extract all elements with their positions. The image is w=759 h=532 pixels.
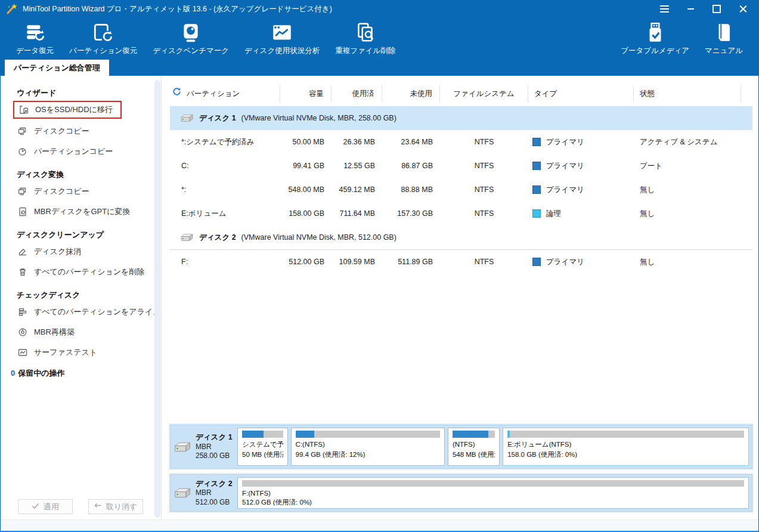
- disk1-row[interactable]: ディスク 1 (VMware Virtual NVMe Disk, MBR, 2…: [170, 106, 752, 130]
- partition-status: アクティブ & システム: [634, 137, 741, 147]
- sidebar-item-label: MBRディスクをGPTに変換: [34, 206, 130, 217]
- partition-row-e-volume[interactable]: E:ボリューム 158.00 GB 711.64 MB 157.30 GB NT…: [170, 202, 752, 225]
- align-partitions-icon: [18, 307, 27, 317]
- sidebar-item-migrate-os[interactable]: OSをSSD/HDDに移行: [13, 101, 122, 119]
- partition-capacity: 158.00 GB: [280, 209, 332, 218]
- sidebar-scrollbar[interactable]: [154, 80, 160, 518]
- disk-icon: [174, 487, 191, 499]
- partition-capacity: 50.00 MB: [280, 138, 332, 146]
- sidebar-item-label: ディスクコピー: [34, 186, 89, 197]
- map-block-system-reserved[interactable]: システムで予約済み 50 MB (使用済:: [237, 428, 288, 466]
- tab-partition-management[interactable]: パーティション総合管理: [5, 60, 109, 76]
- sidebar-item-surface-test[interactable]: サーファステスト: [18, 342, 161, 363]
- partition-filesystem: NTFS: [440, 209, 528, 218]
- partition-copy-icon: [18, 147, 27, 156]
- map-block-label: E:ボリューム(NTFS): [507, 440, 744, 450]
- toolbar-manual[interactable]: マニュアル: [697, 18, 751, 56]
- disk-icon: [174, 441, 191, 453]
- partition-name: *:システムで予約済み: [170, 137, 280, 147]
- toolbar-data-recovery[interactable]: データ復元: [8, 18, 61, 56]
- sidebar-item-delete-all-partitions[interactable]: すべてのパーティションを削除: [18, 262, 161, 282]
- map-block-size: 512.0 GB (使用済: 0%): [242, 497, 744, 507]
- minimize-button[interactable]: [685, 4, 696, 14]
- wipe-disk-icon: [18, 247, 27, 256]
- sidebar-item-label: ディスクコピー: [34, 126, 89, 137]
- toolbar-disk-benchmark[interactable]: ディスクベンチマーク: [145, 18, 237, 56]
- partition-unused: 157.30 GB: [382, 209, 440, 218]
- sidebar-item-wipe-disk[interactable]: ディスク抹消: [18, 242, 161, 262]
- map-block-e-volume[interactable]: E:ボリューム(NTFS) 158.0 GB (使用済: 0%): [503, 428, 749, 466]
- map-block-f[interactable]: F:(NTFS) 512.0 GB (使用済: 0%): [237, 477, 749, 509]
- pending-count: 0: [11, 369, 15, 378]
- pending-label: 保留中の操作: [18, 369, 64, 378]
- title-bar: MiniTool Partition Wizard プロ・アルティメット版 13…: [0, 0, 759, 18]
- partition-row-star[interactable]: *: 548.00 MB 459.12 MB 88.88 MB NTFS プライ…: [170, 178, 752, 202]
- map-block-c[interactable]: C:(NTFS) 99.4 GB (使用済: 12%): [291, 428, 445, 466]
- usage-bar: [242, 431, 283, 438]
- sidebar-item-rebuild-mbr[interactable]: MBR再構築: [18, 322, 161, 342]
- map-disk-name: ディスク 2: [196, 479, 233, 488]
- partition-name: *:: [170, 185, 280, 194]
- check-icon: [32, 502, 39, 511]
- toolbar-label: ブータブルメディア: [621, 46, 689, 56]
- pending-operations: 0保留中の操作: [11, 368, 161, 379]
- sidebar-item-partition-copy[interactable]: パーティションコピー: [18, 141, 161, 162]
- type-color-swatch: [532, 258, 541, 266]
- partition-status: 無し: [634, 185, 741, 195]
- disk1-map-label[interactable]: ディスク 1 MBR 258.00 GB: [171, 425, 234, 468]
- partition-row-f[interactable]: F: 512.00 GB 109.59 MB 511.89 GB NTFS プラ…: [170, 250, 752, 274]
- map-block-label: F:(NTFS): [242, 488, 744, 498]
- column-unused: 未使用: [382, 85, 440, 102]
- disk2-map-strip: ディスク 2 MBR 512.00 GB F:(NTFS) 512.0 GB (…: [170, 474, 752, 512]
- toolbar-label: パーティション復元: [69, 46, 137, 56]
- partition-filesystem: NTFS: [440, 138, 528, 146]
- partition-capacity: 548.00 MB: [280, 185, 332, 194]
- refresh-icon[interactable]: [172, 85, 181, 102]
- apply-label: 適用: [44, 502, 59, 512]
- sidebar-section-wizard: ウィザード OSをSSD/HDDに移行 ディスクコピー: [0, 88, 161, 162]
- manual-icon: [712, 20, 735, 45]
- disk2-map-label[interactable]: ディスク 2 MBR 512.00 GB: [171, 475, 234, 511]
- toolbar-duplicate-file-finder[interactable]: 重複ファイル削除: [327, 18, 403, 56]
- toolbar-bootable-media[interactable]: ブータブルメディア: [613, 18, 697, 56]
- partition-table: パーティション 容量 使用済 未使用 ファイルシステム タイプ 状態 ディスク …: [170, 81, 752, 274]
- main-panel: パーティション 容量 使用済 未使用 ファイルシステム タイプ 状態 ディスク …: [162, 76, 759, 520]
- disk-copy-icon: [18, 187, 27, 196]
- app-logo-icon: [6, 3, 18, 15]
- map-block-size: 548 MB (使用済:: [453, 450, 495, 460]
- table-header: パーティション 容量 使用済 未使用 ファイルシステム タイプ 状態: [170, 81, 752, 106]
- partition-type: プライマリ: [528, 257, 634, 267]
- disk-detail: (VMware Virtual NVMe Disk, MBR, 512.00 G…: [241, 233, 396, 242]
- sidebar-item-align-all-partitions[interactable]: すべてのパーティションをアライメント: [18, 302, 161, 322]
- migrate-os-icon: [19, 105, 29, 115]
- toolbar-disk-usage-analysis[interactable]: ディスク使用状況分析: [237, 18, 327, 56]
- map-block-size: 158.0 GB (使用済: 0%): [507, 450, 744, 460]
- disk-name: ディスク 1: [199, 113, 236, 123]
- column-status: 状態: [634, 85, 741, 102]
- hamburger-menu-icon[interactable]: [659, 4, 670, 14]
- toolbar-label: ディスク使用状況分析: [244, 46, 320, 56]
- sidebar-item-mbr-to-gpt[interactable]: MBRディスクをGPTに変換: [18, 202, 161, 222]
- apply-button[interactable]: 適用: [18, 499, 73, 514]
- disk-icon: [180, 233, 194, 242]
- sidebar-item-disk-copy[interactable]: ディスクコピー: [18, 121, 161, 141]
- toolbar-label: マニュアル: [705, 46, 743, 56]
- undo-button[interactable]: 取り消す: [88, 499, 143, 514]
- disk2-row[interactable]: ディスク 2 (VMware Virtual NVMe Disk, MBR, 5…: [170, 225, 752, 250]
- column-partition: パーティション: [170, 85, 280, 102]
- map-block-star[interactable]: (NTFS) 548 MB (使用済:: [448, 428, 500, 466]
- toolbar-partition-recovery[interactable]: パーティション復元: [61, 18, 145, 56]
- usage-bar: [242, 480, 744, 487]
- partition-unused: 511.89 GB: [382, 258, 440, 266]
- sidebar-item-label: すべてのパーティションをアライメント: [34, 307, 162, 317]
- close-button[interactable]: [738, 4, 748, 14]
- usage-bar: [453, 431, 495, 438]
- sidebar-item-disk-copy-2[interactable]: ディスクコピー: [18, 181, 161, 202]
- maximize-button[interactable]: [711, 4, 722, 14]
- partition-row-system-reserved[interactable]: *:システムで予約済み 50.00 MB 26.36 MB 23.64 MB N…: [170, 130, 752, 154]
- partition-status: 無し: [634, 209, 741, 219]
- sidebar: ウィザード OSをSSD/HDDに移行 ディスクコピー: [0, 76, 162, 520]
- sidebar-item-label: ディスク抹消: [34, 246, 81, 257]
- partition-row-c[interactable]: C: 99.41 GB 12.55 GB 86.87 GB NTFS プライマリ…: [170, 154, 752, 178]
- disk-detail: (VMware Virtual NVMe Disk, MBR, 258.00 G…: [241, 114, 396, 122]
